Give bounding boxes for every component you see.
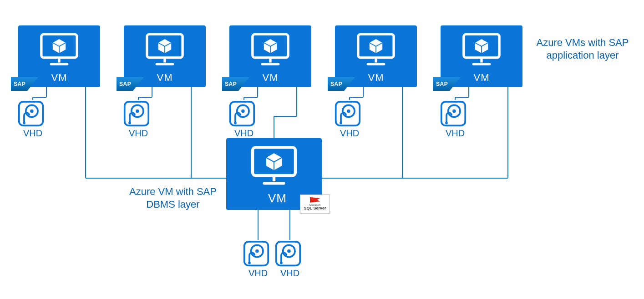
vhd-app-3: VHD <box>228 100 259 139</box>
vm-monitor-icon <box>355 32 396 68</box>
disk-icon <box>274 240 302 267</box>
caption-dbms-layer: Azure VM with SAP DBMS layer <box>127 185 218 210</box>
vm-monitor-icon <box>144 32 185 68</box>
app-vm-5: VM SAP <box>441 25 522 87</box>
disk-icon <box>228 100 256 127</box>
vhd-app-4: VHD <box>334 100 365 139</box>
vhd-dbms-1: VHD <box>243 240 274 279</box>
sql-server-badge-icon: Microsoft SQL Server <box>300 194 330 214</box>
disk-icon <box>334 100 361 127</box>
disk-icon <box>243 240 270 267</box>
app-vm-1: VM SAP <box>18 25 100 87</box>
disk-icon <box>440 100 467 127</box>
vhd-label: VHD <box>440 128 471 139</box>
vhd-label: VHD <box>274 268 305 279</box>
caption-app-layer: Azure VMs with SAP application layer <box>532 36 633 61</box>
disk-icon <box>17 100 45 127</box>
vhd-dbms-2: VHD <box>274 240 305 279</box>
vhd-app-2: VHD <box>123 100 154 139</box>
dbms-vm: VM Microsoft SQL Server <box>226 138 322 210</box>
vhd-label: VHD <box>334 128 365 139</box>
vhd-label: VHD <box>228 128 259 139</box>
app-vm-2: VM SAP <box>124 25 206 87</box>
vhd-app-5: VHD <box>440 100 471 139</box>
vm-monitor-icon <box>39 32 80 68</box>
vhd-label: VHD <box>123 128 154 139</box>
sqlserver-main: SQL Server <box>304 206 326 211</box>
vm-monitor-icon <box>249 145 299 188</box>
disk-icon <box>123 100 150 127</box>
vhd-label: VHD <box>243 268 274 279</box>
app-vm-4: VM SAP <box>335 25 417 87</box>
vhd-app-1: VHD <box>17 100 48 139</box>
vhd-label: VHD <box>17 128 48 139</box>
app-vm-3: VM SAP <box>229 25 311 87</box>
vm-monitor-icon <box>461 32 502 68</box>
vm-monitor-icon <box>250 32 291 68</box>
